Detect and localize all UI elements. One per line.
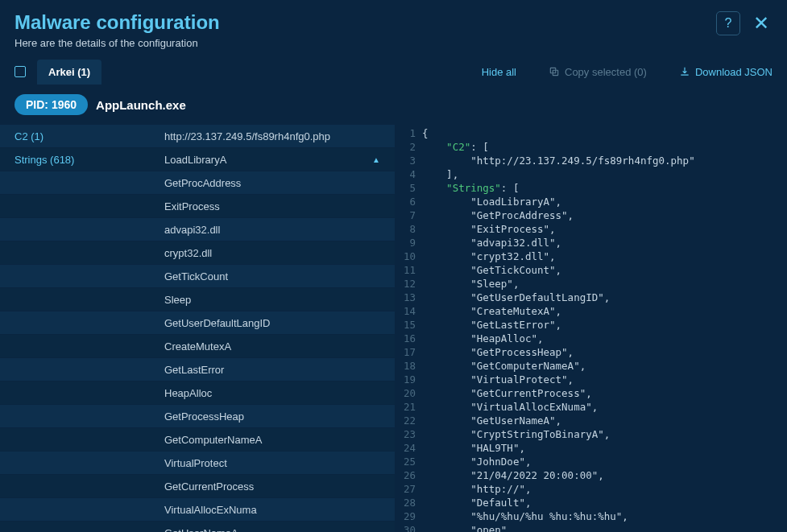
row-value: CreateMutexA (164, 340, 395, 353)
collapse-icon[interactable]: ▲ (372, 155, 380, 164)
line-number: 27 (395, 482, 416, 496)
line-number: 18 (395, 359, 416, 373)
line-number: 22 (395, 414, 416, 427)
close-icon: ✕ (753, 12, 769, 34)
download-json-label: Download JSON (695, 66, 773, 78)
content: C2 (1)http://23.137.249.5/fs89rh4nfg0.ph… (0, 125, 787, 532)
row-value: VirtualAllocExNuma (164, 504, 395, 516)
close-button[interactable]: ✕ (750, 14, 773, 33)
help-button[interactable]: ? (716, 11, 740, 35)
line-number: 20 (395, 386, 416, 400)
list-row[interactable]: Strings (618)LoadLibraryA▲ (0, 148, 395, 171)
line-number: 4 (395, 167, 416, 181)
code-line: "VirtualAllocExNuma", (422, 400, 787, 414)
code-line: "GetLastError", (422, 318, 787, 332)
select-all-checkbox[interactable] (14, 66, 26, 77)
pid-badge: PID: 1960 (14, 94, 88, 115)
code-line: "Default", (422, 496, 787, 509)
line-number: 15 (395, 318, 416, 332)
line-number: 12 (395, 277, 416, 291)
line-number: 17 (395, 345, 416, 359)
list-row[interactable]: CreateMutexA (0, 335, 395, 358)
tab-arkei[interactable]: Arkei (1) (37, 60, 101, 85)
row-value: GetCurrentProcess (164, 480, 395, 493)
line-number: 26 (395, 468, 416, 482)
line-number: 2 (395, 140, 416, 154)
row-label: Strings (618) (14, 154, 164, 166)
page-subtitle: Here are the details of the configuratio… (14, 37, 716, 49)
line-number: 19 (395, 373, 416, 386)
copy-icon (549, 66, 560, 77)
download-json-button[interactable]: Download JSON (679, 66, 773, 78)
code-line: { (422, 126, 787, 140)
row-value: GetUserNameA (164, 527, 395, 533)
code-line: "ExitProcess", (422, 222, 787, 236)
list-row[interactable]: GetUserNameA (0, 522, 395, 532)
list-row[interactable]: advapi32.dll (0, 218, 395, 241)
line-number: 3 (395, 154, 416, 167)
code-line: "GetProcAddress", (422, 208, 787, 222)
line-number: 9 (395, 236, 416, 250)
list-row[interactable]: HeapAlloc (0, 381, 395, 405)
left-panel[interactable]: C2 (1)http://23.137.249.5/fs89rh4nfg0.ph… (0, 125, 395, 532)
line-number: 29 (395, 509, 416, 523)
toolbar-right: Hide all Copy selected (0) Download JSON (482, 66, 773, 78)
code-line: "GetUserNameA", (422, 414, 787, 427)
toolbar: Arkei (1) Hide all Copy selected (0) Dow… (0, 57, 787, 86)
json-code: { "C2": [ "http://23.137.249.5/fs89rh4nf… (422, 125, 787, 532)
list-row[interactable]: GetComputerNameA (0, 428, 395, 452)
row-value: GetTickCount (164, 270, 395, 282)
row-value: advapi32.dll (164, 224, 395, 236)
list-row[interactable]: GetProcessHeap (0, 405, 395, 428)
code-line: "JohnDoe", (422, 455, 787, 468)
code-line: ], (422, 167, 787, 181)
code-line: "%hu/%hu/%hu %hu:%hu:%hu", (422, 509, 787, 523)
row-label: C2 (1) (14, 130, 164, 142)
code-line: "crypt32.dll", (422, 250, 787, 263)
code-line: "open", (422, 523, 787, 532)
line-number: 13 (395, 291, 416, 304)
hide-all-button[interactable]: Hide all (482, 66, 516, 78)
list-row[interactable]: Sleep (0, 288, 395, 311)
row-value: crypt32.dll (164, 247, 395, 259)
code-line: "CryptStringToBinaryA", (422, 427, 787, 441)
row-value: LoadLibraryA (164, 154, 372, 166)
line-number: 8 (395, 222, 416, 236)
list-row[interactable]: ExitProcess (0, 195, 395, 218)
list-row[interactable]: VirtualAllocExNuma (0, 498, 395, 522)
list-row[interactable]: GetCurrentProcess (0, 475, 395, 498)
json-viewer[interactable]: 1234567891011121314151617181920212223242… (395, 125, 787, 532)
code-line: "C2": [ (422, 140, 787, 154)
list-row[interactable]: crypt32.dll (0, 241, 395, 265)
code-line: "advapi32.dll", (422, 236, 787, 250)
list-row[interactable]: C2 (1)http://23.137.249.5/fs89rh4nfg0.ph… (0, 125, 395, 148)
list-row[interactable]: GetProcAddress (0, 171, 395, 195)
code-line: "VirtualProtect", (422, 373, 787, 386)
header: Malware configuration Here are the detai… (0, 0, 787, 57)
line-number: 14 (395, 304, 416, 318)
list-row[interactable]: GetLastError (0, 358, 395, 381)
page-title: Malware configuration (14, 11, 716, 34)
line-number: 28 (395, 496, 416, 509)
copy-selected-button[interactable]: Copy selected (0) (549, 66, 647, 78)
header-actions: ? ✕ (716, 11, 773, 35)
help-icon: ? (725, 16, 732, 31)
code-line: "GetProcessHeap", (422, 345, 787, 359)
row-value: GetProcAddress (164, 177, 395, 189)
line-number: 6 (395, 195, 416, 208)
line-number: 23 (395, 427, 416, 441)
code-line: "CreateMutexA", (422, 304, 787, 318)
code-line: "GetUserDefaultLangID", (422, 291, 787, 304)
download-icon (679, 66, 690, 77)
list-row[interactable]: GetTickCount (0, 265, 395, 288)
list-row[interactable]: GetUserDefaultLangID (0, 311, 395, 335)
line-number: 11 (395, 263, 416, 277)
line-number: 30 (395, 523, 416, 532)
row-value: http://23.137.249.5/fs89rh4nfg0.php (164, 130, 395, 142)
code-line: "GetCurrentProcess", (422, 386, 787, 400)
code-line: "http://23.137.249.5/fs89rh4nfg0.php" (422, 154, 787, 167)
list-row[interactable]: VirtualProtect (0, 452, 395, 475)
code-line: "GetTickCount", (422, 263, 787, 277)
pid-bar: PID: 1960 AppLaunch.exe (0, 86, 787, 125)
row-value: VirtualProtect (164, 457, 395, 469)
